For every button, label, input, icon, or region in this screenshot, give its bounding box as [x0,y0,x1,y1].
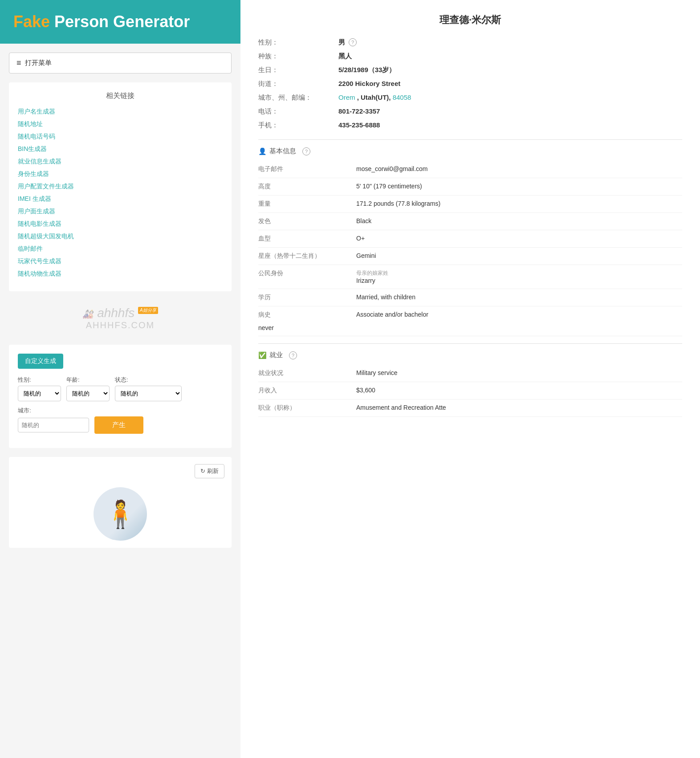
list-item[interactable]: 临时邮件 [18,245,223,253]
zodiac-detail-label: 星座（热带十二生肖） [258,252,356,260]
race-field-label: 种族： [258,52,338,61]
age-group: 年龄: 随机的 [66,376,110,401]
refresh-label: 刷新 [207,468,219,474]
link-face[interactable]: 用户面生成器 [18,208,55,215]
city-field-label: 城市、州、邮编： [258,94,338,102]
gender-help-icon[interactable]: ? [349,38,357,46]
link-bin[interactable]: BIN生成器 [18,145,47,152]
blood-detail-value: O+ [356,235,365,243]
list-item[interactable]: 用户配置文件生成器 [18,183,223,191]
list-item[interactable]: 随机电话号码 [18,133,223,141]
link-employment[interactable]: 就业信息生成器 [18,158,61,165]
edu-detail-value: Married, with children [356,293,415,302]
gender-value: 男 [338,38,345,47]
gender-group: 性别: 随机的 [18,376,61,401]
link-imei[interactable]: IMEI 生成器 [18,195,51,202]
person-name: 理查德·米尔斯 [258,13,682,27]
list-item[interactable]: IMEI 生成器 [18,195,223,203]
race-value: 黑人 [338,52,352,61]
weight-detail-label: 重量 [258,200,356,208]
user-icon: 👤 [258,147,267,155]
city-value[interactable]: Orem [338,94,355,101]
open-menu-button[interactable]: ≡ 打开菜单 [9,53,232,73]
list-item[interactable]: 玩家代号生成器 [18,257,223,265]
height-detail-label: 高度 [258,183,356,191]
zodiac-detail-row: 星座（热带十二生肖） Gemini [258,248,682,265]
hair-detail-label: 发色 [258,217,356,225]
list-item[interactable]: 随机动物生成器 [18,270,223,278]
birthday-field-label: 生日： [258,66,338,74]
list-item[interactable]: 用户名生成器 [18,108,223,116]
gender-row: 性别： 男 ? [258,36,682,49]
phone-value: 801-722-3357 [338,107,380,115]
title-rest: Person Generator [50,12,190,31]
list-item[interactable]: 就业信息生成器 [18,158,223,166]
status-label: 状态: [115,376,182,384]
site-title: Fake Person Generator [13,12,227,31]
emp-status-value: Military service [356,369,398,377]
emp-status-row: 就业状况 Military service [258,365,682,382]
occupation-row: 职业（职称） Amusement and Recreation Atte [258,399,682,417]
weight-detail-row: 重量 171.2 pounds (77.8 kilograms) [258,196,682,213]
related-links-box: 相关链接 用户名生成器 随机地址 随机电话号码 BIN生成器 就业信息生成器 身… [9,82,232,291]
list-item[interactable]: 身份生成器 [18,170,223,178]
basic-info-section-header: 👤 基本信息 ? [258,147,682,155]
employment-table: 就业状况 Military service 月收入 $3,600 职业（职称） … [258,365,682,417]
menu-btn-label: 打开菜单 [25,59,52,67]
gender-select[interactable]: 随机的 [18,386,61,401]
zip-value[interactable]: 84058 [393,94,411,101]
custom-gen-button[interactable]: 自定义生成 [18,354,63,369]
age-select[interactable]: 随机的 [66,386,110,401]
basic-info-help-icon[interactable]: ? [302,147,310,155]
city-input[interactable] [18,418,89,432]
link-profile[interactable]: 用户配置文件生成器 [18,183,74,190]
height-detail-row: 高度 5' 10" (179 centimeters) [258,178,682,196]
links-list: 用户名生成器 随机地址 随机电话号码 BIN生成器 就业信息生成器 身份生成器 … [18,108,223,278]
list-item[interactable]: 随机超级大国发电机 [18,232,223,240]
refresh-button[interactable]: ↻ 刷新 [195,464,224,478]
watermark-text: 🎎 ahhhfs A姐分享 [82,306,158,320]
hair-detail-row: 发色 Black [258,213,682,230]
avatar-image: 🧍 [94,487,147,541]
birthday-value: 5/28/1989（33岁） [338,66,395,74]
illness-detail-label: 病史 [258,311,356,319]
mobile-value: 435-235-6888 [338,121,380,129]
list-item[interactable]: 随机地址 [18,120,223,128]
link-address[interactable]: 随机地址 [18,120,43,127]
blood-detail-label: 血型 [258,235,356,243]
street-value: 2200 Hickory Street [338,80,400,87]
employment-help-icon[interactable]: ? [289,351,297,359]
link-animal[interactable]: 随机动物生成器 [18,270,61,277]
illness-never-value: never [258,322,682,331]
link-phone[interactable]: 随机电话号码 [18,133,55,140]
list-item[interactable]: 随机电影生成器 [18,220,223,228]
edu-detail-label: 学历 [258,293,356,302]
street-row: 街道： 2200 Hickory Street [258,77,682,91]
watermark-area: 🎎 ahhhfs A姐分享 AHHHFS.COM [0,291,240,345]
briefcase-icon: ✅ [258,351,267,359]
employment-section-header: ✅ 就业 ? [258,351,682,359]
link-superpower[interactable]: 随机超级大国发电机 [18,232,74,240]
status-group: 状态: 随机的 [115,376,182,401]
link-tempmail[interactable]: 临时邮件 [18,245,43,252]
custom-generator-box: 自定义生成 性别: 随机的 年龄: 随机的 状态: [9,345,232,448]
mother-maiden-sub-label: 母亲的娘家姓 [356,269,388,277]
list-item[interactable]: BIN生成器 [18,145,223,153]
occupation-value: Amusement and Recreation Atte [356,404,446,412]
watermark-sub: AHHHFS.COM [82,320,158,330]
link-username[interactable]: 用户名生成器 [18,108,55,115]
citizen-detail-row: 公民身份 母亲的娘家姓 Irizarry [258,265,682,289]
link-gamertag[interactable]: 玩家代号生成器 [18,257,61,265]
gender-field-label: 性别： [258,38,338,47]
weight-detail-value: 171.2 pounds (77.8 kilograms) [356,200,440,208]
status-select[interactable]: 随机的 [115,386,182,401]
generate-button[interactable]: 产生 [94,416,143,434]
race-row: 种族： 黑人 [258,49,682,63]
monthly-income-row: 月收入 $3,600 [258,382,682,399]
email-detail-label: 电子邮件 [258,165,356,173]
email-detail-value: mose_corwi0@gmail.com [356,165,427,173]
link-identity[interactable]: 身份生成器 [18,170,49,177]
list-item[interactable]: 用户面生成器 [18,208,223,216]
link-movie[interactable]: 随机电影生成器 [18,220,61,227]
height-detail-value: 5' 10" (179 centimeters) [356,183,422,191]
